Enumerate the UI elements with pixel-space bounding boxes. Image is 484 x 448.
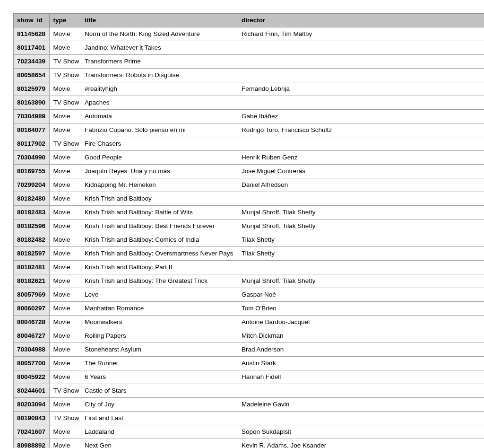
cell-show-id: 80117401 [14, 41, 50, 55]
cell-show-id: 70299204 [14, 178, 50, 192]
cell-title: Krish Trish and Baltiboy: Oversmartness … [81, 247, 238, 261]
cell-title: Kidnapping Mr. Heineken [81, 178, 238, 192]
cell-title: Good People [81, 151, 238, 165]
cell-director [238, 384, 484, 398]
cell-type: Movie [50, 425, 81, 439]
cell-type: TV Show [50, 96, 81, 110]
cell-show-id: 80244601 [14, 384, 50, 398]
cell-title: Love [81, 288, 238, 302]
cell-title: Manhattan Romance [81, 302, 238, 316]
cell-show-id: 80045922 [14, 370, 50, 384]
data-table: show_id type title director 81145628Movi… [13, 13, 484, 448]
table-row: 80203094MovieCity of JoyMadeleine Gavin [14, 398, 484, 412]
cell-title: Norm of the North: King Sized Adventure [81, 27, 238, 41]
table-row: 80057969MovieLoveGaspar Noé [14, 288, 484, 302]
cell-type: Movie [50, 178, 81, 192]
cell-title: Fire Chasers [81, 137, 238, 151]
cell-show-id: 80190843 [14, 412, 50, 425]
cell-title: Krish Trish and Baltiboy: Best Friends F… [81, 220, 238, 233]
cell-title: Rolling Papers [81, 329, 238, 343]
cell-title: Krish Trish and Baltiboy [81, 192, 238, 206]
cell-type: Movie [50, 288, 81, 302]
col-header-show-id: show_id [14, 14, 50, 27]
cell-type: Movie [50, 357, 81, 370]
table-row: 80117902TV ShowFire Chasers [14, 137, 484, 151]
table-row: 80182621MovieKrish Trish and Baltiboy: T… [14, 274, 484, 288]
cell-show-id: 80182597 [14, 247, 50, 261]
table-row: 80046728MovieMoonwalkersAntoine Bardou-J… [14, 316, 484, 329]
cell-director: Brad Anderson [238, 343, 484, 357]
cell-show-id: 80164077 [14, 123, 50, 137]
cell-show-id: 80060297 [14, 302, 50, 316]
table-row: 80244601TV ShowCastle of Stars [14, 384, 484, 398]
cell-director: Rodrigo Toro, Francisco Schultz [238, 123, 484, 137]
cell-director: Daniel Alfredson [238, 178, 484, 192]
table-row: 80182596MovieKrish Trish and Baltiboy: B… [14, 220, 484, 233]
cell-title: Joaquín Reyes: Una y no más [81, 165, 238, 178]
cell-type: Movie [50, 220, 81, 233]
table-body: 81145628MovieNorm of the North: King Siz… [14, 27, 484, 448]
cell-type: Movie [50, 151, 81, 165]
cell-title: City of Joy [81, 398, 238, 412]
cell-type: Movie [50, 398, 81, 412]
cell-type: Movie [50, 370, 81, 384]
cell-director: Fernando Lebrija [238, 82, 484, 96]
table-row: 81145628MovieNorm of the North: King Siz… [14, 27, 484, 41]
cell-type: Movie [50, 343, 81, 357]
cell-director: Munjal Shroff, Tilak Shetty [238, 206, 484, 220]
cell-show-id: 80125979 [14, 82, 50, 96]
table-row: 80988892MovieNext GenKevin R. Adams, Joe… [14, 439, 484, 448]
cell-show-id: 80182596 [14, 220, 50, 233]
table-row: 80182481MovieKrish Trish and Baltiboy: P… [14, 261, 484, 274]
cell-director: José Miguel Contreras [238, 165, 484, 178]
cell-title: Moonwalkers [81, 316, 238, 329]
table-row: 80046727MovieRolling PapersMitch Dickman [14, 329, 484, 343]
cell-show-id: 80182481 [14, 261, 50, 274]
cell-type: Movie [50, 82, 81, 96]
cell-director [238, 261, 484, 274]
cell-title: Laddaland [81, 425, 238, 439]
cell-title: First and Last [81, 412, 238, 425]
cell-director: Gabe Ibáñez [238, 110, 484, 123]
table-row: 80058654TV ShowTransformers: Robots in D… [14, 69, 484, 82]
cell-title: Krish Trish and Baltiboy: Comics of Indi… [81, 233, 238, 247]
table-row: 80045922Movie6 YearsHannah Fidell [14, 370, 484, 384]
cell-show-id: 80057700 [14, 357, 50, 370]
table-row: 80169755MovieJoaquín Reyes: Una y no más… [14, 165, 484, 178]
cell-title: Krish Trish and Baltiboy: Part II [81, 261, 238, 274]
cell-director: Munjal Shroff, Tilak Shetty [238, 274, 484, 288]
cell-title: Castle of Stars [81, 384, 238, 398]
cell-title: Automata [81, 110, 238, 123]
cell-type: Movie [50, 165, 81, 178]
cell-show-id: 80046728 [14, 316, 50, 329]
table-row: 80163890TV ShowApaches [14, 96, 484, 110]
cell-show-id: 80046727 [14, 329, 50, 343]
cell-director [238, 96, 484, 110]
cell-type: Movie [50, 329, 81, 343]
cell-title: 6 Years [81, 370, 238, 384]
cell-title: Transformers Prime [81, 55, 238, 69]
cell-type: Movie [50, 261, 81, 274]
table-row: 80125979Movie#realityhighFernando Lebrij… [14, 82, 484, 96]
cell-show-id: 70304988 [14, 343, 50, 357]
cell-title: Jandino: Whatever it Takes [81, 41, 238, 55]
table-row: 80182483MovieKrish Trish and Baltiboy: B… [14, 206, 484, 220]
cell-type: Movie [50, 274, 81, 288]
cell-show-id: 80182480 [14, 192, 50, 206]
cell-title: Krish Trish and Baltiboy: Battle of Wits [81, 206, 238, 220]
cell-director [238, 192, 484, 206]
cell-director [238, 41, 484, 55]
cell-director: Antoine Bardou-Jacquet [238, 316, 484, 329]
table-container: show_id type title director 81145628Movi… [0, 0, 484, 448]
cell-type: TV Show [50, 384, 81, 398]
cell-type: Movie [50, 206, 81, 220]
cell-show-id: 70234439 [14, 55, 50, 69]
cell-show-id: 80058654 [14, 69, 50, 82]
cell-type: TV Show [50, 55, 81, 69]
cell-type: Movie [50, 123, 81, 137]
table-row: 80060297MovieManhattan RomanceTom O'Brie… [14, 302, 484, 316]
cell-director: Hannah Fidell [238, 370, 484, 384]
cell-title: Krish Trish and Baltiboy: The Greatest T… [81, 274, 238, 288]
cell-type: Movie [50, 302, 81, 316]
cell-type: Movie [50, 316, 81, 329]
